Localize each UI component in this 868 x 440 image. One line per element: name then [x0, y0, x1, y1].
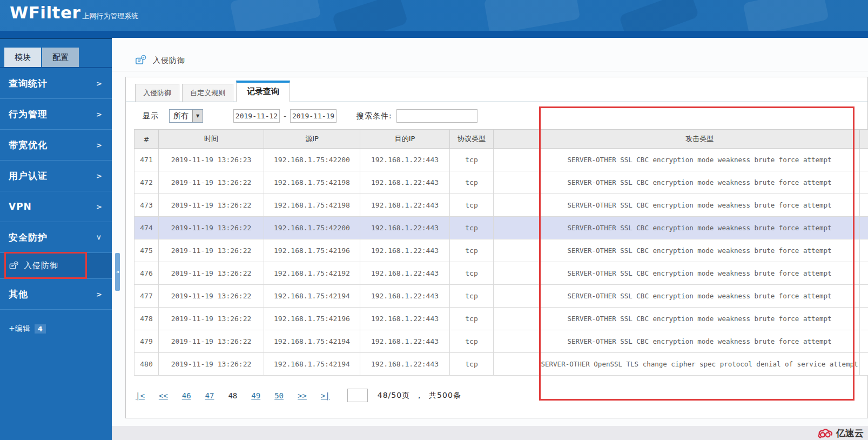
page-link[interactable]: |<	[136, 391, 145, 400]
cell-index: 478	[134, 308, 159, 330]
page-link[interactable]: 48	[228, 391, 237, 400]
cell-source-ip: 192.168.1.75:42196	[264, 239, 360, 262]
cell-dest-ip: 192.168.1.22:443	[360, 171, 450, 194]
content-tab[interactable]: 记录查询	[236, 81, 290, 102]
table-header-cell[interactable]: 时间	[159, 130, 264, 149]
cell-source-ip: 192.168.1.75:42196	[264, 308, 360, 330]
sidebar-nav-item[interactable]: 安全防护 >	[0, 222, 112, 253]
sidebar-nav-item[interactable]: 带宽优化 >	[0, 130, 112, 161]
table-header-cell[interactable]: 协议类型	[450, 130, 494, 149]
date-to-input[interactable]: 2019-11-19	[290, 109, 337, 123]
edit-link[interactable]: +编辑	[9, 324, 30, 334]
cell-protocol: tcp	[450, 217, 494, 239]
page-jump-input[interactable]	[347, 389, 368, 402]
table-row[interactable]: 479 2019-11-19 13:26:22 192.168.1.75:421…	[134, 330, 868, 353]
chevron-icon: >	[96, 110, 102, 118]
edit-count-badge: 4	[35, 324, 46, 334]
table-row[interactable]: 473 2019-11-19 13:26:22 192.168.1.75:421…	[134, 194, 868, 217]
cell-empty	[494, 217, 540, 239]
table-row[interactable]: 472 2019-11-19 13:26:22 192.168.1.75:421…	[134, 171, 868, 194]
cell-time: 2019-11-19 13:26:22	[159, 353, 264, 376]
table-row[interactable]: 471 2019-11-19 13:26:23 192.168.1.75:422…	[134, 149, 868, 171]
display-select-value: 所有	[170, 110, 192, 122]
sidebar-nav: 查询统计 > 行为管理 > 带宽优化 > 用户认证 > VPN > 安全防护 >	[0, 68, 112, 253]
cell-source-ip: 192.168.1.75:42194	[264, 353, 360, 376]
total-count: 共500条	[429, 391, 461, 401]
chevron-icon: >	[96, 203, 102, 211]
cell-source-ip: 192.168.1.75:42194	[264, 285, 360, 308]
cell-attack-type: SERVER-OTHER SSL CBC encryption mode wea…	[540, 262, 860, 285]
page-link[interactable]: <<	[159, 391, 168, 400]
dropdown-arrow-icon[interactable]: ▼	[192, 110, 203, 122]
content-tab-label: 自定义规则	[190, 89, 225, 97]
display-label: 显示	[143, 111, 159, 121]
sidebar-nav-item[interactable]: 行为管理 >	[0, 99, 112, 130]
cell-index: 480	[134, 353, 159, 376]
cell-source-ip: 192.168.1.75:42192	[264, 262, 360, 285]
footer: 亿速云	[112, 426, 868, 440]
cell-protocol: tcp	[450, 308, 494, 330]
content-tab-label: 记录查询	[247, 86, 279, 96]
page-link[interactable]: 50	[274, 391, 284, 400]
footer-brand: 亿速云	[836, 427, 864, 439]
page-link[interactable]: 49	[251, 391, 260, 400]
table-header-cell[interactable]: 目的IP	[360, 130, 450, 149]
table-header-cell[interactable]: 源IP	[264, 130, 360, 149]
cell-protocol: tcp	[450, 353, 494, 376]
cell-attack-type: SERVER-OTHER SSL CBC encryption mode wea…	[540, 194, 860, 217]
page-link[interactable]: >|	[321, 391, 330, 400]
table-header-cell[interactable]	[860, 130, 868, 149]
sidebar-nav-label: 安全防护	[9, 231, 48, 244]
table-row[interactable]: 476 2019-11-19 13:26:22 192.168.1.75:421…	[134, 262, 868, 285]
cell-time: 2019-11-19 13:26:22	[159, 330, 264, 353]
sidebar-tab[interactable]: 模块	[4, 48, 41, 67]
search-input[interactable]	[396, 109, 477, 123]
cell-index: 473	[134, 194, 159, 217]
sidebar-item-intrusion-defense[interactable]: 入侵防御	[0, 253, 112, 279]
table-row[interactable]: 478 2019-11-19 13:26:22 192.168.1.75:421…	[134, 308, 868, 330]
date-from-input[interactable]: 2019-11-12	[233, 109, 280, 123]
cell-index: 475	[134, 239, 159, 262]
sidebar-tab[interactable]: 配置	[42, 48, 79, 67]
sidebar-nav-label: 查询统计	[9, 77, 48, 90]
cell-protocol: tcp	[450, 330, 494, 353]
table-header-cell[interactable]: #	[134, 130, 159, 149]
table-row[interactable]: 475 2019-11-19 13:26:22 192.168.1.75:421…	[134, 239, 868, 262]
table-header-cell[interactable]: 攻击类型	[540, 130, 860, 149]
cell-time: 2019-11-19 13:26:22	[159, 171, 264, 194]
page-link[interactable]: 47	[205, 391, 214, 400]
table-row[interactable]: 477 2019-11-19 13:26:22 192.168.1.75:421…	[134, 285, 868, 308]
page-link[interactable]: >>	[298, 391, 307, 400]
cell-dest-ip: 192.168.1.22:443	[360, 262, 450, 285]
content-tab[interactable]: 入侵防御	[135, 84, 179, 102]
sidebar-nav-item[interactable]: 查询统计 >	[0, 68, 112, 99]
sidebar-collapse-handle[interactable]: ◄	[115, 253, 120, 291]
sidebar-nav-item-other[interactable]: 其他 >	[0, 279, 112, 310]
cell-empty	[860, 194, 868, 217]
keyboard-decoration	[332, 0, 408, 31]
sidebar-tabs: 模块 配置	[0, 48, 112, 68]
sidebar-nav-label: 带宽优化	[9, 139, 48, 151]
content-tab[interactable]: 自定义规则	[182, 84, 233, 102]
app-header: WFilter 上网行为管理系统	[0, 0, 868, 31]
cell-protocol: tcp	[450, 239, 494, 262]
sidebar-nav-label: VPN	[9, 201, 32, 212]
sidebar-submenu-label: 入侵防御	[24, 261, 58, 271]
table-row[interactable]: 480 2019-11-19 13:26:22 192.168.1.75:421…	[134, 353, 868, 376]
sidebar-nav-item[interactable]: VPN >	[0, 191, 112, 222]
cell-empty	[494, 353, 540, 376]
cell-empty	[860, 285, 868, 308]
cell-index: 474	[134, 217, 159, 239]
sidebar-nav-item[interactable]: 用户认证 >	[0, 161, 112, 191]
page-separator: ，	[415, 391, 423, 401]
app-logo: WFilter	[10, 3, 80, 22]
table-row[interactable]: 474 2019-11-19 13:26:22 192.168.1.75:422…	[134, 217, 868, 239]
cell-index: 471	[134, 149, 159, 171]
page-link[interactable]: 46	[182, 391, 191, 400]
filter-bar: 显示 所有 ▼ 2019-11-12 - 2019-11-19 搜索条件:	[126, 102, 867, 129]
table-header-cell[interactable]	[494, 130, 540, 149]
display-select[interactable]: 所有 ▼	[169, 109, 203, 123]
cell-source-ip: 192.168.1.75:42194	[264, 330, 360, 353]
content-panel: 入侵防御 自定义规则 记录查询 显示 所有 ▼ 2019-11-12 - 201…	[125, 77, 868, 418]
cell-index: 472	[134, 171, 159, 194]
